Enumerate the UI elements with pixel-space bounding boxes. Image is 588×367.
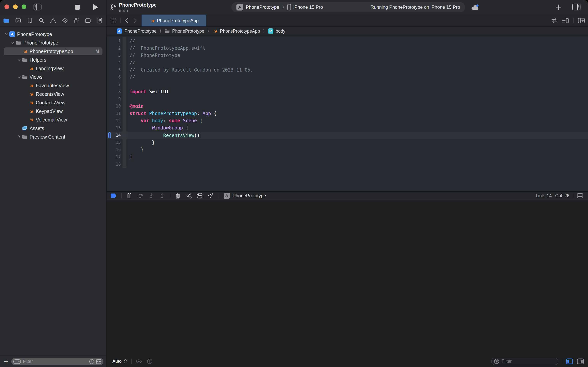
fold-ribbon[interactable] bbox=[123, 153, 126, 161]
scheme-name[interactable]: PhonePrototype bbox=[246, 4, 279, 10]
code-line-18[interactable]: 18 bbox=[107, 161, 588, 168]
code-line-7[interactable]: 7 bbox=[107, 81, 588, 88]
line-number[interactable]: 1 bbox=[107, 39, 121, 43]
tree-item-keypadview[interactable]: KeypadView bbox=[0, 107, 106, 116]
code-line-14[interactable]: 14 RecentsView() bbox=[107, 132, 588, 139]
fold-ribbon[interactable] bbox=[123, 88, 126, 95]
breadcrumb-phoneprototype[interactable]: PhonePrototype bbox=[165, 28, 204, 34]
disclosure-chevron-icon[interactable] bbox=[4, 32, 9, 36]
tree-item-favouritesview[interactable]: FavouritesView bbox=[0, 81, 106, 90]
line-number[interactable]: 9 bbox=[107, 97, 121, 101]
code-line-16[interactable]: 16 } bbox=[107, 146, 588, 153]
breadcrumb-body[interactable]: Pbody bbox=[268, 28, 286, 34]
code-line-2[interactable]: 2// PhonePrototypeApp.swift bbox=[107, 44, 588, 52]
code-line-3[interactable]: 3// PhonePrototype bbox=[107, 52, 588, 59]
code-line-12[interactable]: 12 var body: some Scene { bbox=[107, 117, 588, 124]
fold-ribbon[interactable] bbox=[123, 66, 126, 74]
line-number[interactable]: 5 bbox=[107, 68, 121, 72]
source-control-status-filter-icon[interactable] bbox=[96, 359, 101, 364]
fold-ribbon[interactable] bbox=[123, 125, 126, 132]
code-line-8[interactable]: 8import SwiftUI bbox=[107, 88, 588, 95]
breadcrumb-phoneprototype[interactable]: PhonePrototype bbox=[117, 28, 157, 34]
bookmarks-navigator-icon[interactable] bbox=[26, 17, 33, 24]
breakpoints-navigator-icon[interactable] bbox=[85, 17, 91, 24]
instruction-pointer-indicator[interactable] bbox=[108, 132, 111, 138]
tree-item-voicemailview[interactable]: VoicemailView bbox=[0, 116, 106, 124]
tree-item-contactsview[interactable]: ContactsView bbox=[0, 98, 106, 107]
breadcrumb-phoneprototypeapp[interactable]: PhonePrototypeApp bbox=[212, 28, 260, 34]
tests-navigator-icon[interactable] bbox=[61, 17, 68, 24]
pause-execution-icon[interactable] bbox=[126, 193, 132, 199]
fold-ribbon[interactable] bbox=[123, 117, 126, 124]
fold-ribbon[interactable] bbox=[123, 110, 126, 117]
stop-button[interactable] bbox=[75, 4, 80, 10]
scheme-selector[interactable]: PhonePrototype ⟩ iPhone 15 Pro Running P… bbox=[231, 2, 465, 12]
info-icon[interactable] bbox=[147, 359, 153, 364]
close-window-button[interactable] bbox=[4, 4, 9, 9]
tree-item-preview-content[interactable]: Preview Content bbox=[0, 133, 106, 141]
tree-item-views[interactable]: Views bbox=[0, 73, 106, 81]
project-navigator-icon[interactable] bbox=[3, 17, 10, 24]
code-review-icon[interactable] bbox=[551, 17, 558, 24]
step-out-icon[interactable] bbox=[159, 193, 165, 199]
line-number[interactable]: 4 bbox=[107, 60, 121, 65]
debug-console[interactable] bbox=[107, 200, 588, 356]
fold-ribbon[interactable] bbox=[123, 59, 126, 66]
filter-menu-icon[interactable] bbox=[13, 359, 21, 364]
minimize-window-button[interactable] bbox=[13, 4, 18, 9]
tree-item-landingview[interactable]: LandingView bbox=[0, 64, 106, 73]
line-number[interactable]: 12 bbox=[107, 118, 121, 123]
tree-item-phoneprototypeapp[interactable]: PhonePrototypeAppM bbox=[0, 47, 106, 56]
editor-options-icon[interactable] bbox=[562, 17, 569, 24]
code-line-17[interactable]: 17} bbox=[107, 153, 588, 161]
toggle-left-sidebar-icon[interactable] bbox=[34, 3, 42, 10]
reports-navigator-icon[interactable] bbox=[96, 17, 103, 24]
line-number[interactable]: 7 bbox=[107, 82, 121, 87]
issues-navigator-icon[interactable] bbox=[50, 17, 56, 24]
fold-ribbon[interactable] bbox=[123, 132, 126, 139]
disclosure-chevron-icon[interactable] bbox=[10, 41, 16, 45]
editor-tab-phoneprototypeapp[interactable]: PhonePrototypeApp bbox=[142, 15, 206, 26]
line-number[interactable]: 2 bbox=[107, 46, 121, 50]
show-console-view-icon[interactable] bbox=[577, 358, 584, 365]
disclosure-chevron-icon[interactable] bbox=[16, 75, 22, 79]
step-over-icon[interactable] bbox=[137, 193, 143, 199]
line-number[interactable]: 10 bbox=[107, 104, 121, 108]
disclosure-chevron-icon[interactable] bbox=[16, 58, 22, 62]
line-number[interactable]: 17 bbox=[107, 155, 121, 159]
tree-item-assets[interactable]: Assets bbox=[0, 124, 106, 133]
console-filter-field[interactable]: Filter bbox=[491, 358, 558, 365]
fold-ribbon[interactable] bbox=[123, 52, 126, 59]
run-button[interactable] bbox=[93, 4, 99, 10]
recent-files-clock-icon[interactable] bbox=[89, 359, 94, 364]
line-number[interactable]: 3 bbox=[107, 53, 121, 58]
line-number[interactable]: 8 bbox=[107, 89, 121, 94]
go-back-icon[interactable] bbox=[124, 17, 129, 24]
toggle-debug-area-icon[interactable] bbox=[577, 193, 583, 199]
tree-item-recentsview[interactable]: RecentsView bbox=[0, 90, 106, 98]
line-number[interactable]: 18 bbox=[107, 162, 121, 167]
tree-item-phoneprototype[interactable]: PhonePrototype bbox=[0, 39, 106, 47]
navigator-filter-field[interactable]: Filter bbox=[11, 358, 103, 365]
fold-ribbon[interactable] bbox=[123, 139, 126, 146]
fold-ribbon[interactable] bbox=[123, 161, 126, 168]
show-variables-view-icon[interactable] bbox=[566, 358, 573, 365]
zoom-window-button[interactable] bbox=[22, 4, 26, 9]
fold-ribbon[interactable] bbox=[123, 95, 126, 102]
code-line-9[interactable]: 9 bbox=[107, 95, 588, 102]
debug-session-app[interactable]: PhonePrototype bbox=[224, 193, 266, 199]
step-into-icon[interactable] bbox=[148, 193, 154, 199]
toggle-right-inspector-icon[interactable] bbox=[572, 3, 581, 10]
fold-ribbon[interactable] bbox=[123, 146, 126, 153]
code-line-5[interactable]: 5// Created by Russell Gordon on 2023-11… bbox=[107, 66, 588, 74]
source-control-navigator-icon[interactable] bbox=[15, 17, 21, 24]
fold-ribbon[interactable] bbox=[123, 37, 126, 44]
line-number[interactable]: 6 bbox=[107, 75, 121, 80]
breakpoints-toggle-icon[interactable] bbox=[110, 193, 117, 198]
variables-scope-dropdown[interactable]: Auto bbox=[112, 359, 127, 364]
code-line-15[interactable]: 15 } bbox=[107, 139, 588, 146]
add-item-button[interactable] bbox=[556, 4, 562, 10]
run-destination[interactable]: iPhone 15 Pro bbox=[294, 4, 323, 10]
source-editor[interactable]: 1//2// PhonePrototypeApp.swift3// PhoneP… bbox=[107, 36, 588, 191]
tree-item-helpers[interactable]: Helpers bbox=[0, 56, 106, 64]
